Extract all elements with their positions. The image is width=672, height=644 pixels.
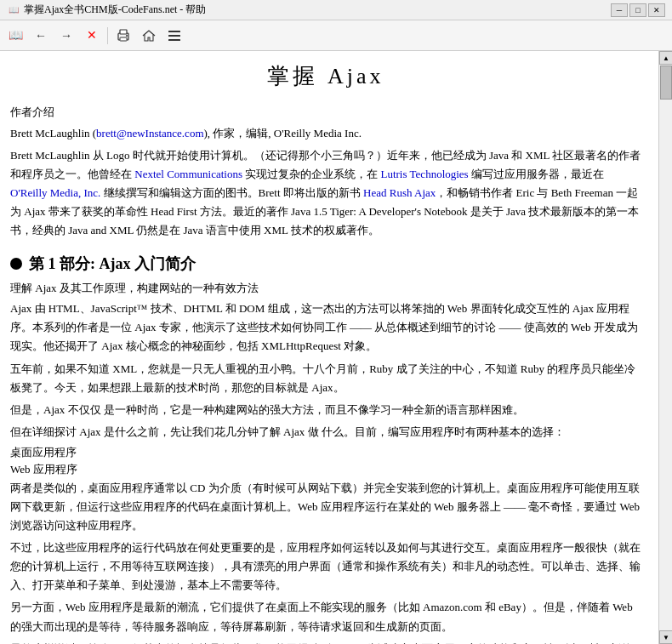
part1-heading-text: 第 1 部分: Ajax 入门简介 <box>29 254 196 274</box>
part1-para5: 两者是类似的，桌面应用程序通常以 CD 为介质（有时候可从网站下载）并完全安装到… <box>10 479 641 535</box>
bullet-icon <box>10 258 22 270</box>
back-button[interactable]: ← <box>29 24 53 48</box>
home-button[interactable] <box>137 24 161 48</box>
section-label-author: 作者介绍 <box>10 105 641 120</box>
toolbar-separator-1 <box>107 27 108 44</box>
content-area[interactable]: 掌握 Ajax 作者介绍 Brett McLaughlin (brett@new… <box>0 51 658 644</box>
part1-para8: 显然这样说过于简略了，但基本的概念就是如此。您可能已经猜到，Ajax 尝试建立桌… <box>10 640 641 644</box>
app-icon-btn: 📖 <box>3 24 27 48</box>
oreilly-link[interactable]: O'Reilly Media, Inc. <box>10 186 100 199</box>
part1-para7: 另一方面，Web 应用程序是最新的潮流，它们提供了在桌面上不能实现的服务（比如 … <box>10 598 641 635</box>
part1-para1: Ajax 由 HTML、JavaScript™ 技术、DHTML 和 DOM 组… <box>10 299 641 356</box>
svg-point-3 <box>126 35 128 37</box>
stop-button[interactable]: ✕ <box>80 24 104 48</box>
app-icon: 📖 <box>7 3 20 17</box>
title-bar-text: 掌握Ajax全书CHM版-CodeFans.net - 帮助 <box>24 3 611 17</box>
svg-rect-4 <box>168 31 180 32</box>
part1-para2: 五年前，如果不知道 XML，您就是一只无人重视的丑小鸭。十八个月前，Ruby 成… <box>10 360 641 397</box>
author-paragraph: Brett McLaughlin 从 Logo 时代就开始使用计算机。（还记得那… <box>10 146 641 240</box>
maximize-button[interactable]: □ <box>629 3 646 17</box>
close-button[interactable]: ✕ <box>648 3 665 17</box>
options-button[interactable] <box>162 24 186 48</box>
scrollbar-thumb[interactable] <box>660 66 672 100</box>
title-bar: 📖 掌握Ajax全书CHM版-CodeFans.net - 帮助 ─ □ ✕ <box>0 0 672 20</box>
page-title: 掌握 Ajax <box>10 61 641 91</box>
part1-heading: 第 1 部分: Ajax 入门简介 <box>10 254 641 274</box>
title-bar-controls: ─ □ ✕ <box>611 3 665 17</box>
part1-para4: 但在详细探讨 Ajax 是什么之前，先让我们花几分钟了解 Ajax 做 什么。目… <box>10 423 641 442</box>
scrollbar-track[interactable]: ▲ ▼ <box>658 51 672 644</box>
minimize-button[interactable]: ─ <box>611 3 628 17</box>
list-item-web: Web 应用程序 <box>10 462 641 477</box>
main-container: 掌握 Ajax 作者介绍 Brett McLaughlin (brett@new… <box>0 51 672 644</box>
scrollbar-background <box>659 100 672 630</box>
scrollbar-up-arrow[interactable]: ▲ <box>659 51 672 65</box>
list-item-desktop: 桌面应用程序 <box>10 445 641 460</box>
svg-rect-5 <box>168 35 180 37</box>
author-line-1: Brett McLaughlin (brett@newInstance.com)… <box>10 125 641 143</box>
toolbar: 📖 ← → ✕ <box>0 20 672 51</box>
author-email-link[interactable]: brett@newInstance.com <box>96 127 203 140</box>
part1-para3: 但是，Ajax 不仅仅 是一种时尚，它是一种构建网站的强大方法，而且不像学习一种… <box>10 401 641 419</box>
print-button[interactable] <box>111 24 135 48</box>
svg-rect-6 <box>168 39 180 41</box>
lutris-link[interactable]: Lutris Technologies <box>380 168 468 180</box>
nextel-link[interactable]: Nextel Communications <box>134 168 242 180</box>
forward-button[interactable]: → <box>54 24 78 48</box>
scrollbar-down-arrow[interactable]: ▼ <box>659 630 672 644</box>
svg-rect-1 <box>120 30 127 34</box>
headfirst-text: Head First <box>151 205 197 218</box>
headrush-link[interactable]: Head Rush Ajax <box>363 186 436 199</box>
svg-rect-2 <box>120 37 127 41</box>
part1-subtitle: 理解 Ajax 及其工作原理，构建网站的一种有效方法 <box>10 281 641 296</box>
part1-para6: 不过，比这些应用程序的运行代码放在何处更重要的是，应用程序如何运转以及如何与其进… <box>10 539 641 595</box>
